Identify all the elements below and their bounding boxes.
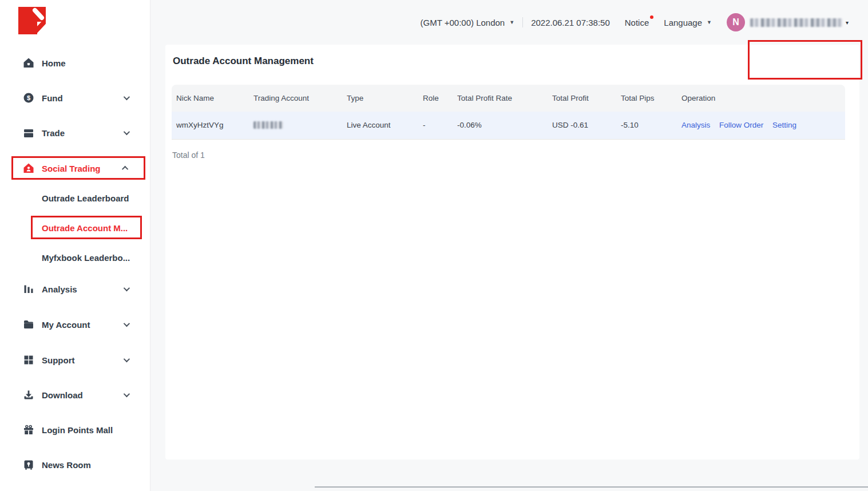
notice-badge-dot (650, 15, 653, 19)
sidebar-item-download[interactable]: Download (0, 383, 150, 406)
chevron-down-icon (124, 391, 130, 397)
page: Home $ Fund Trade Social Trading Outrade… (0, 0, 868, 491)
col-operation: Operation (677, 85, 845, 112)
sidebar-item-label: Social Trading (42, 164, 124, 173)
support-icon (23, 354, 34, 366)
cell-total-profit: USD -0.61 (548, 112, 616, 139)
top-header-bar: (GMT +00:00) London ▼ 2022.06.21 07:38:5… (165, 0, 859, 45)
cell-total-profit-rate: -0.06% (453, 112, 548, 139)
sidebar: Home $ Fund Trade Social Trading Outrade… (0, 0, 150, 491)
user-menu-caret-icon: ▾ (846, 19, 849, 26)
chevron-down-icon (124, 94, 130, 100)
cell-total-pips: -5.10 (616, 112, 677, 139)
page-title: Outrade Account Management (173, 56, 845, 67)
gift-icon (23, 424, 34, 435)
chevron-down-icon: ▼ (707, 19, 712, 25)
table-header-row: Nick Name Trading Account Type Role Tota… (172, 85, 845, 112)
cell-nick-name: wmXyHztVYg (172, 112, 249, 139)
cell-role: - (418, 112, 453, 139)
trading-account-blurred (253, 121, 283, 129)
follow-order-link[interactable]: Follow Order (719, 121, 763, 129)
notice-link[interactable]: Notice (625, 18, 649, 27)
header-divider (522, 17, 523, 27)
language-label: Language (664, 18, 702, 27)
sidebar-item-label: My Account (42, 320, 124, 330)
sidebar-item-login-points-mall[interactable]: Login Points Mall (0, 418, 150, 441)
sidebar-item-support[interactable]: Support (0, 349, 150, 371)
sidebar-subitem-label: Outrade Leaderboard (42, 193, 129, 203)
sidebar-subitem-label: Outrade Account M... (42, 223, 128, 233)
analysis-link[interactable]: Analysis (681, 121, 710, 129)
sidebar-item-outrade-account-management[interactable]: Outrade Account M... (0, 217, 150, 238)
trade-icon (23, 127, 34, 138)
sidebar-item-outrade-leaderboard[interactable]: Outrade Leaderboard (0, 188, 150, 208)
col-role: Role (418, 85, 453, 112)
col-total-profit: Total Profit (548, 85, 616, 112)
timezone-dropdown[interactable]: (GMT +00:00) London ▼ (420, 18, 514, 27)
accounts-table: Nick Name Trading Account Type Role Tota… (172, 85, 845, 140)
sidebar-item-myfxbook-leaderboard[interactable]: Myfxbook Leaderbo... (0, 247, 150, 268)
fund-icon: $ (23, 92, 34, 104)
sidebar-item-label: Trade (42, 128, 124, 138)
content-card: Outrade Account Management Nick Name Tra… (165, 45, 859, 460)
home-icon (23, 57, 34, 69)
sidebar-item-my-account[interactable]: My Account (0, 313, 150, 336)
col-trading-account: Trading Account (249, 85, 342, 112)
col-nick-name: Nick Name (172, 85, 249, 112)
chevron-down-icon (124, 356, 130, 362)
cell-operation: Analysis Follow Order Setting (677, 112, 845, 139)
main-area: (GMT +00:00) London ▼ 2022.06.21 07:38:5… (150, 0, 868, 491)
news-room-icon (23, 459, 34, 470)
sidebar-item-label: Support (42, 355, 124, 365)
sidebar-subitem-label: Myfxbook Leaderbo... (42, 253, 130, 263)
sidebar-item-trade[interactable]: Trade (0, 121, 150, 144)
cell-type: Live Account (342, 112, 418, 139)
sidebar-item-analysis[interactable]: Analysis (0, 278, 150, 300)
social-trading-icon (23, 163, 34, 174)
total-count-text: Total of 1 (172, 151, 845, 160)
analysis-icon (23, 283, 34, 295)
col-type: Type (342, 85, 418, 112)
sidebar-item-label: Login Points Mall (42, 425, 128, 435)
sidebar-item-label: News Room (42, 460, 128, 470)
bottom-scroll-divider (315, 486, 868, 488)
sidebar-item-label: Fund (42, 93, 124, 103)
timezone-label: (GMT +00:00) London (420, 18, 505, 27)
sidebar-item-label: Home (42, 58, 128, 68)
my-account-icon (23, 319, 34, 330)
col-total-profit-rate: Total Profit Rate (453, 85, 548, 112)
chevron-down-icon: ▼ (509, 19, 514, 25)
setting-link[interactable]: Setting (772, 121, 796, 129)
chevron-down-icon (124, 320, 130, 327)
sidebar-item-news-room[interactable]: News Room (0, 453, 150, 476)
brand-logo-icon[interactable] (18, 7, 46, 34)
user-name-blurred[interactable] (750, 18, 843, 27)
chevron-down-icon (124, 129, 130, 135)
svg-text:$: $ (27, 94, 30, 101)
sidebar-item-home[interactable]: Home (0, 52, 150, 74)
chevron-down-icon (124, 285, 130, 291)
sidebar-item-social-trading[interactable]: Social Trading (0, 157, 150, 180)
notice-label: Notice (625, 18, 649, 27)
col-total-pips: Total Pips (616, 85, 677, 112)
table-row: wmXyHztVYg Live Account - -0.06% USD -0.… (172, 112, 845, 139)
cell-trading-account (249, 112, 342, 139)
user-avatar[interactable]: N (727, 13, 745, 31)
datetime-display: 2022.06.21 07:38:50 (531, 18, 610, 27)
sidebar-item-fund[interactable]: $ Fund (0, 86, 150, 109)
sidebar-item-label: Analysis (42, 284, 124, 294)
language-dropdown[interactable]: Language ▼ (664, 18, 712, 27)
sidebar-item-label: Download (42, 390, 124, 400)
download-icon (23, 389, 34, 401)
